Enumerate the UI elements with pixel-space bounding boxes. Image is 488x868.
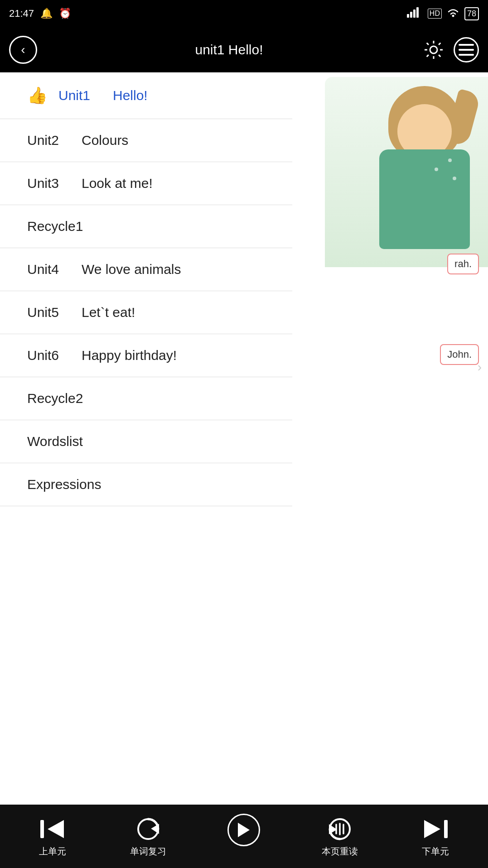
hd-badge: HD [428, 9, 442, 19]
unit-title: Hello! [113, 88, 148, 103]
list-item[interactable]: Unit3 Look at me! [0, 162, 292, 205]
svg-rect-19 [444, 820, 448, 838]
svg-rect-9 [40, 820, 44, 838]
unit-label: Recycle2 [27, 391, 83, 406]
unit-title: Happy birthday! [82, 348, 177, 363]
list-item[interactable]: Expressions [0, 463, 292, 506]
svg-rect-8 [459, 54, 474, 56]
list-item[interactable]: Wordslist [0, 420, 292, 463]
vocab-review-button[interactable]: 单词复习 [116, 815, 180, 858]
list-item[interactable]: Recycle2 [0, 377, 292, 420]
status-bar-right: HD 78 [407, 7, 479, 20]
svg-marker-15 [330, 826, 335, 833]
svg-marker-10 [48, 820, 64, 838]
main-content: rah. John. › 👍 Unit1 Hello! Unit2 Colour… [0, 72, 488, 805]
back-button[interactable]: ‹ [9, 36, 37, 64]
svg-point-4 [452, 15, 454, 17]
unit-title: Look at me! [82, 176, 153, 191]
prev-unit-button[interactable]: 上单元 [21, 815, 84, 858]
next-unit-button[interactable]: 下单元 [404, 815, 467, 858]
unit-label: Unit6 [27, 348, 72, 363]
arrow-deco: › [478, 360, 482, 374]
clock-icon: ⏰ [59, 8, 71, 19]
menu-button[interactable] [454, 37, 479, 62]
unit-title: Let`t eat! [82, 305, 135, 320]
unit-label: Unit4 [27, 262, 72, 277]
svg-rect-0 [407, 14, 409, 18]
prev-icon [39, 815, 66, 843]
play-icon [227, 814, 260, 846]
list-item[interactable]: Recycle1 [0, 205, 292, 248]
next-label: 下单元 [422, 845, 449, 858]
list-item[interactable]: 👍 Unit1 Hello! [0, 72, 292, 119]
svg-rect-1 [410, 12, 412, 18]
svg-marker-20 [424, 820, 440, 838]
thumbs-up-icon: 👍 [27, 86, 48, 105]
list-item[interactable]: Unit6 Happy birthday! [0, 334, 292, 377]
bubble-john: John. [440, 344, 479, 365]
page-title: unit1 Hello! [195, 42, 263, 58]
unit-label: Unit2 [27, 133, 72, 148]
refresh-icon [135, 815, 162, 843]
vocab-label: 单词复习 [130, 845, 166, 858]
unit-label: Unit1 [58, 88, 104, 103]
nav-icons [421, 37, 479, 62]
unit-title: We love animals [82, 262, 181, 277]
unit-label: Unit3 [27, 176, 72, 191]
page-reread-button[interactable]: 本页重读 [308, 815, 372, 858]
unit-label: Recycle1 [27, 219, 83, 234]
bottom-bar: 上单元 单词复习 [0, 805, 488, 868]
list-item[interactable]: Unit2 Colours [0, 119, 292, 162]
menu-list: 👍 Unit1 Hello! Unit2 Colours Unit3 Look … [0, 72, 292, 506]
settings-button[interactable] [421, 37, 446, 62]
list-item[interactable]: Unit4 We love animals [0, 248, 292, 291]
reread-label: 本页重读 [322, 845, 358, 858]
status-bar-left: 21:47 🔔 ⏰ [9, 8, 71, 19]
svg-rect-2 [413, 10, 416, 18]
svg-rect-6 [459, 44, 474, 46]
svg-marker-12 [153, 825, 158, 832]
svg-rect-7 [459, 49, 474, 51]
time-display: 21:47 [9, 8, 34, 19]
svg-rect-3 [416, 7, 419, 18]
bubble-sarah: rah. [447, 254, 479, 274]
svg-marker-13 [238, 823, 250, 837]
list-item[interactable]: Unit5 Let`t eat! [0, 291, 292, 334]
unit-title: Colours [82, 133, 128, 148]
signal-icon [407, 7, 423, 20]
alarm-icon: 🔔 [40, 8, 53, 19]
unit-label: Expressions [27, 477, 101, 492]
unit-label: Unit5 [27, 305, 72, 320]
replay-icon [326, 815, 353, 843]
back-icon: ‹ [21, 43, 25, 57]
deco-image: rah. John. › [289, 72, 488, 435]
battery-icon: 78 [464, 7, 479, 20]
prev-label: 上单元 [39, 845, 66, 858]
unit-label: Wordslist [27, 434, 83, 449]
status-bar: 21:47 🔔 ⏰ HD 78 [0, 0, 488, 27]
wifi-icon [446, 7, 460, 20]
next-icon [422, 815, 449, 843]
nav-bar: ‹ unit1 Hello! [0, 27, 488, 72]
svg-point-5 [430, 46, 437, 53]
play-button[interactable] [212, 814, 275, 859]
